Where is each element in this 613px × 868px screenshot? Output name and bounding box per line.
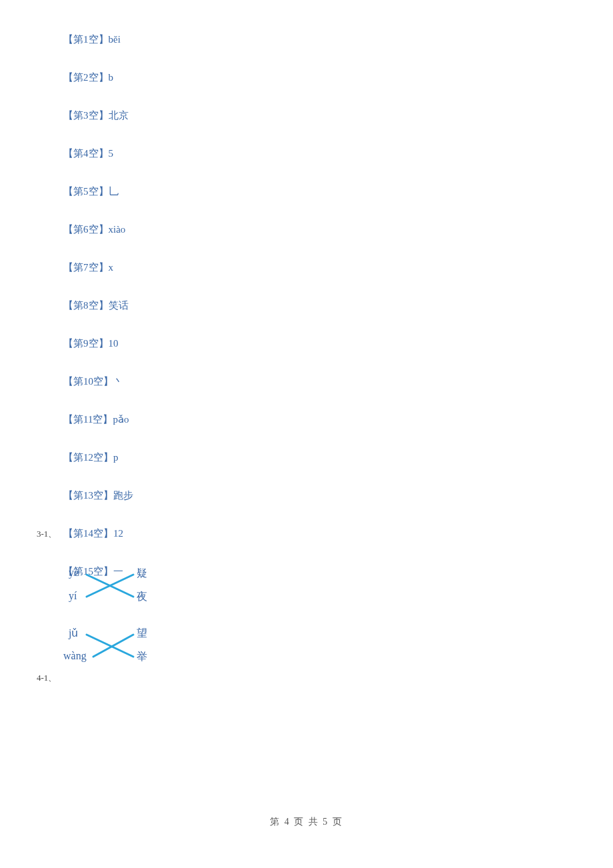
answer-row-5: 【第5空】乚 xyxy=(63,185,613,198)
answer-row-10: 【第10空】丶 xyxy=(63,375,613,388)
answer-label: 【第3空】 xyxy=(63,110,109,121)
answer-row-7: 【第7空】x xyxy=(63,261,613,274)
item-number-3-1: 3-1、 xyxy=(37,528,57,540)
answer-value: b xyxy=(109,72,114,83)
answer-value: 12 xyxy=(113,528,123,539)
answer-label: 【第2空】 xyxy=(63,72,109,83)
answer-label: 【第8空】 xyxy=(63,300,109,311)
answer-row-6: 【第6空】xiào xyxy=(63,223,613,236)
answer-value: 丶 xyxy=(113,376,123,387)
answer-value: xiào xyxy=(109,224,126,235)
page: 【第1空】běi 【第2空】b 【第3空】北京 【第4空】5 【第5空】乚 【第… xyxy=(0,0,613,868)
answer-value: běi xyxy=(109,34,121,45)
answer-row-14: 【第14空】12 xyxy=(63,527,613,540)
answer-row-2: 【第2空】b xyxy=(63,71,613,84)
answer-label: 【第13空】 xyxy=(63,490,113,501)
answer-row-8: 【第8空】笑话 xyxy=(63,299,613,312)
answer-label: 【第12空】 xyxy=(63,452,113,463)
answer-row-1: 【第1空】běi xyxy=(63,33,613,46)
answer-label: 【第5空】 xyxy=(63,186,109,197)
item-number-4-1: 4-1、 xyxy=(37,672,57,684)
answer-value: x xyxy=(109,262,114,273)
answer-row-3: 【第3空】北京 xyxy=(63,109,613,122)
answer-label: 【第14空】 xyxy=(63,528,113,539)
answer-label: 【第10空】 xyxy=(63,376,113,387)
matching-diagram: yè yí jǔ wàng 疑 夜 望 举 xyxy=(63,567,183,687)
answer-row-12: 【第12空】p xyxy=(63,451,613,464)
answer-value: p xyxy=(113,452,119,463)
answer-value: 笑话 xyxy=(109,300,129,311)
answer-value: 5 xyxy=(109,148,114,159)
answer-label: 【第7空】 xyxy=(63,262,109,273)
answer-row-11: 【第11空】pǎo xyxy=(63,413,613,426)
answer-value: 北京 xyxy=(109,110,129,121)
answer-row-13: 【第13空】跑步 xyxy=(63,489,613,502)
answer-value: 乚 xyxy=(109,186,119,197)
answer-row-4: 【第4空】5 xyxy=(63,147,613,160)
answer-value: 跑步 xyxy=(113,490,133,501)
answer-label: 【第11空】 xyxy=(63,414,113,425)
answer-label: 【第4空】 xyxy=(63,148,109,159)
answer-label: 【第9空】 xyxy=(63,338,109,349)
match-lines-icon xyxy=(63,567,183,680)
answer-value: pǎo xyxy=(113,414,129,425)
answer-value: 10 xyxy=(109,338,119,349)
answer-label: 【第1空】 xyxy=(63,34,109,45)
answer-label: 【第6空】 xyxy=(63,224,109,235)
page-footer: 第 4 页 共 5 页 xyxy=(0,816,613,828)
answer-row-9: 【第9空】10 xyxy=(63,337,613,350)
